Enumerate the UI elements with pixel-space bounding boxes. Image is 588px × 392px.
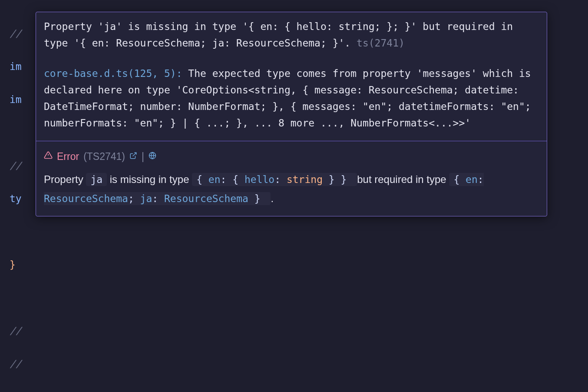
error-label: Error bbox=[57, 147, 79, 166]
keyword: im bbox=[10, 61, 22, 72]
source-file-link[interactable]: core-base.d.ts(125, 5): bbox=[44, 68, 188, 79]
brace: } bbox=[10, 259, 16, 270]
comment: // bbox=[10, 160, 22, 171]
diagnostic-pretty: Error (TS2741) | Property ja is missing … bbox=[36, 141, 547, 216]
code-line: // bbox=[10, 389, 526, 392]
warning-triangle-icon bbox=[44, 147, 53, 166]
separator: | bbox=[142, 147, 144, 166]
diagnostic-raw-message: Property 'ja' is missing in type '{ en: … bbox=[36, 12, 547, 141]
code-line: // bbox=[10, 355, 526, 372]
code-chip: ja bbox=[86, 173, 107, 186]
comment: // bbox=[10, 28, 22, 39]
code-line bbox=[10, 223, 526, 240]
error-header: Error (TS2741) | bbox=[44, 147, 539, 166]
error-code: (TS2741) bbox=[83, 147, 125, 166]
code-line: } bbox=[10, 256, 526, 273]
code-chip: { en: { hello: string } } bbox=[192, 173, 357, 186]
diagnostic-hover-popup[interactable]: Property 'ja' is missing in type '{ en: … bbox=[36, 12, 547, 216]
pretty-error-body: Property ja is missing in type { en: { h… bbox=[44, 170, 539, 208]
svg-line-2 bbox=[133, 153, 136, 156]
comment: // bbox=[10, 358, 22, 369]
code-line: // bbox=[10, 322, 526, 339]
code-line bbox=[10, 289, 526, 306]
ts-error-code: ts(2741) bbox=[350, 37, 405, 49]
keyword: ty bbox=[10, 193, 22, 204]
diagnostic-text: Property 'ja' is missing in type '{ en: … bbox=[44, 21, 513, 49]
globe-icon[interactable] bbox=[149, 147, 156, 166]
keyword: im bbox=[10, 94, 22, 105]
external-link-icon[interactable] bbox=[129, 147, 137, 166]
comment: // bbox=[10, 325, 22, 336]
